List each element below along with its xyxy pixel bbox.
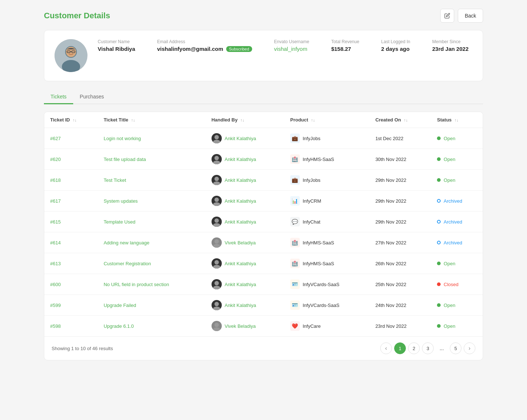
cell-created-on: 23rd Nov 2022 — [370, 316, 431, 337]
handler-avatar — [212, 237, 222, 248]
avatar-wrapper — [55, 39, 87, 72]
cell-product: 🪪 InfyVCards-SaaS — [284, 295, 370, 316]
customer-email-group: Email Address vishalinfyom@gmail.com Sub… — [157, 39, 252, 52]
status-label: Closed — [444, 282, 458, 287]
cell-handled-by: Ankit Kalathiya — [206, 170, 284, 191]
table-row[interactable]: #618 Test Ticket Ankit Kalathiya — [44, 170, 483, 191]
col-ticket-id[interactable]: Ticket ID ↑↓ — [44, 112, 98, 128]
svg-point-19 — [214, 260, 219, 265]
cell-status: Open — [431, 128, 483, 149]
cell-created-on: 29th Nov 2022 — [370, 191, 431, 211]
cell-product: 🏥 InfyHMS-SaaS — [284, 232, 370, 253]
cell-status: Open — [431, 170, 483, 191]
pagination-controls: ‹ 1 2 3 ... 5 › — [380, 342, 475, 354]
handler-avatar — [212, 279, 222, 289]
handler-name: Ankit Kalathiya — [225, 282, 256, 287]
pagination-page-1[interactable]: 1 — [394, 342, 406, 354]
table-row[interactable]: #620 Test file upload data Ankit Kalathi… — [44, 149, 483, 170]
sort-icon-ticket-id: ↑↓ — [73, 118, 77, 122]
svg-point-17 — [214, 239, 219, 244]
tab-purchases[interactable]: Purchases — [73, 90, 111, 104]
status-dot — [437, 262, 441, 265]
table-header-row: Ticket ID ↑↓ Ticket Title ↑↓ Handled By … — [44, 112, 483, 128]
product-icon: 💼 — [290, 134, 300, 143]
col-created-on[interactable]: Created On ↑↓ — [370, 112, 431, 128]
cell-ticket-title: Login not working — [98, 128, 206, 149]
cell-ticket-title: No URL field in product section — [98, 274, 206, 295]
pagination-next[interactable]: › — [464, 342, 475, 354]
cell-product: 🏥 InfyHMS-SaaS — [284, 253, 370, 274]
pagination-dots: ... — [436, 342, 448, 354]
status-label: Open — [444, 261, 455, 266]
edit-button[interactable] — [440, 9, 454, 23]
product-icon: 🪪 — [290, 280, 300, 289]
cell-product: ❤️ InfyCare — [284, 316, 370, 337]
table-row[interactable]: #627 Login not working Ankit Kalathiya — [44, 128, 483, 149]
back-button[interactable]: Back — [458, 9, 483, 23]
status-label: Open — [444, 157, 455, 162]
product-name: InfyChat — [303, 219, 320, 225]
product-icon: 💼 — [290, 175, 300, 185]
cell-ticket-title: Adding new language — [98, 232, 206, 253]
cell-handled-by: Ankit Kalathiya — [206, 149, 284, 170]
cell-handled-by: Ankit Kalathiya — [206, 128, 284, 149]
svg-point-8 — [213, 140, 220, 143]
table-row[interactable]: #614 Adding new language Vivek Beladiya — [44, 232, 483, 253]
col-status[interactable]: Status ↑↓ — [431, 112, 483, 128]
handler-name: Ankit Kalathiya — [225, 303, 256, 308]
pagination-page-3[interactable]: 3 — [422, 342, 434, 354]
handler-name: Ankit Kalathiya — [225, 261, 256, 266]
col-product[interactable]: Product ↑↓ — [284, 112, 370, 128]
handler-avatar — [212, 321, 222, 331]
cell-created-on: 29th Nov 2022 — [370, 211, 431, 232]
customer-revenue-group: Total Revenue $158.27 — [331, 39, 359, 52]
status-dot — [437, 178, 441, 182]
table-row[interactable]: #617 System updates Ankit Kalathiya — [44, 191, 483, 211]
product-name: InfyCRM — [303, 198, 321, 204]
cell-status: Open — [431, 253, 483, 274]
svg-point-13 — [214, 198, 219, 202]
table-row[interactable]: #613 Customer Registration Ankit Kalathi… — [44, 253, 483, 274]
handler-name: Ankit Kalathiya — [225, 157, 256, 162]
product-name: InfyJobs — [303, 177, 320, 183]
cell-status: Archived — [431, 232, 483, 253]
cell-ticket-id: #617 — [44, 191, 98, 211]
svg-point-24 — [213, 307, 220, 310]
cell-ticket-id: #598 — [44, 316, 98, 337]
pagination-prev[interactable]: ‹ — [380, 342, 392, 354]
pagination-page-5[interactable]: 5 — [450, 342, 461, 354]
svg-point-10 — [213, 161, 220, 164]
cell-ticket-id: #613 — [44, 253, 98, 274]
col-ticket-title[interactable]: Ticket Title ↑↓ — [98, 112, 206, 128]
status-label: Open — [444, 136, 455, 141]
product-icon: 🏥 — [290, 154, 300, 164]
cell-created-on: 24th Nov 2022 — [370, 295, 431, 316]
cell-ticket-title: System updates — [98, 191, 206, 211]
table-card: Ticket ID ↑↓ Ticket Title ↑↓ Handled By … — [44, 112, 483, 360]
pagination-page-2[interactable]: 2 — [408, 342, 420, 354]
cell-handled-by: Ankit Kalathiya — [206, 274, 284, 295]
svg-point-9 — [214, 156, 219, 160]
table-row[interactable]: #598 Upgrade 6.1.0 Vivek Beladiya — [44, 316, 483, 337]
sort-icon-status: ↑↓ — [455, 118, 459, 122]
pencil-icon — [444, 13, 450, 19]
cell-status: Archived — [431, 211, 483, 232]
svg-point-15 — [214, 218, 219, 223]
cell-handled-by: Ankit Kalathiya — [206, 295, 284, 316]
svg-point-16 — [213, 223, 220, 227]
page-title: Customer Details — [44, 11, 110, 20]
cell-handled-by: Ankit Kalathiya — [206, 253, 284, 274]
table-row[interactable]: #600 No URL field in product section Ank… — [44, 274, 483, 295]
table-row[interactable]: #615 Template Used Ankit Kalathiya — [44, 211, 483, 232]
cell-status: Open — [431, 295, 483, 316]
cell-ticket-title: Upgrade 6.1.0 — [98, 316, 206, 337]
tab-tickets[interactable]: Tickets — [44, 90, 73, 104]
table-row[interactable]: #599 Upgrade Failed Ankit Kalathiya — [44, 295, 483, 316]
customer-member-label: Member Since — [432, 39, 468, 44]
cell-status: Archived — [431, 191, 483, 211]
product-name: InfyHMS-SaaS — [303, 157, 334, 162]
cell-created-on: 27th Nov 2022 — [370, 232, 431, 253]
handler-avatar — [212, 196, 222, 206]
svg-point-14 — [213, 202, 220, 206]
col-handled-by[interactable]: Handled By ↑↓ — [206, 112, 284, 128]
